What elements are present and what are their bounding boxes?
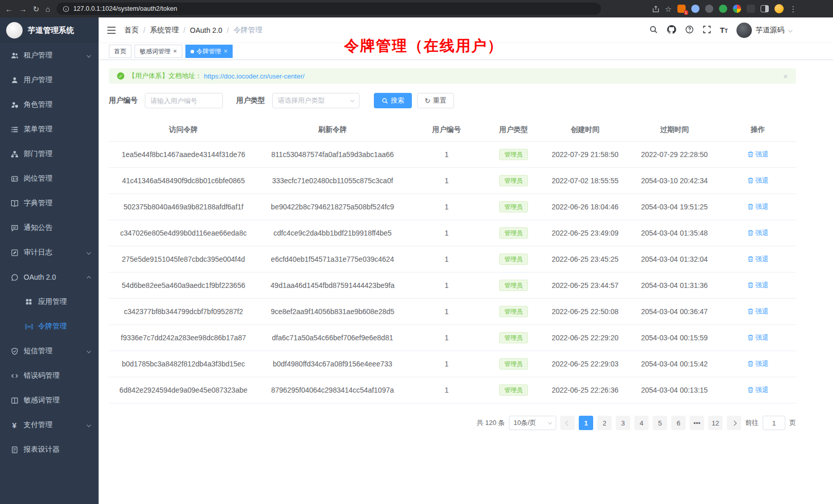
sidebar-item-oauth-app[interactable]: 应用管理 [0, 289, 99, 314]
sidebar-item-payment[interactable]: 支付管理 [0, 413, 99, 437]
sidebar-item-sms[interactable]: 短信管理 [0, 339, 99, 363]
user-id-label: 用户编号 [109, 96, 138, 105]
table-row: 502375b8040a469a9b82188afdf6af1f be90422… [109, 194, 796, 220]
user-menu[interactable]: 芋道源码 [736, 23, 792, 38]
refresh-icon[interactable] [33, 5, 40, 13]
app-title: 芋道管理系统 [28, 26, 74, 35]
breadcrumb-oauth[interactable]: OAuth 2.0 [190, 26, 222, 34]
goto-page-input[interactable] [763, 416, 785, 430]
sidebar-item-sensitive-word[interactable]: 敏感词管理 [0, 388, 99, 413]
page-button-1[interactable]: 1 [579, 416, 593, 430]
more-pages-button[interactable]: ••• [690, 416, 704, 430]
force-logout-button[interactable]: 强退 [747, 176, 769, 185]
page-button-5[interactable]: 5 [653, 416, 667, 430]
extension-icon[interactable]: 1 [677, 5, 686, 13]
force-logout-button[interactable]: 强退 [747, 228, 769, 238]
forward-icon[interactable] [19, 5, 27, 13]
next-page-button[interactable] [727, 416, 741, 430]
trash-icon [747, 229, 754, 236]
sidebar-toggle-icon[interactable] [107, 26, 116, 34]
force-logout-button[interactable]: 强退 [747, 359, 769, 369]
sidebar-item-report-designer[interactable]: 报表设计器 [0, 437, 99, 462]
page-size-select[interactable]: 10条/页 [509, 416, 556, 430]
extension-icon[interactable] [733, 5, 741, 13]
sidebar-item-notice[interactable]: 通知公告 [0, 216, 99, 240]
reset-button[interactable]: 重置 [417, 93, 454, 108]
sidebar-item-error-code[interactable]: 错误码管理 [0, 363, 99, 388]
home-icon[interactable] [46, 5, 50, 13]
force-logout-button[interactable]: 强退 [747, 385, 769, 395]
search-icon[interactable] [649, 25, 658, 35]
close-icon[interactable] [173, 48, 177, 55]
doc-alert: 【用户体系】文档地址： https://doc.iocoder.cn/user-… [109, 68, 796, 84]
yen-icon [10, 421, 18, 429]
page-button-2[interactable]: 2 [597, 416, 612, 430]
alert-close-icon[interactable] [783, 72, 788, 81]
browser-profile-avatar[interactable] [774, 4, 784, 13]
star-bookmark-icon[interactable] [665, 5, 672, 13]
font-size-icon[interactable]: TT [720, 26, 728, 34]
breadcrumb-home[interactable]: 首页 [124, 26, 139, 35]
grid-app-icon [25, 298, 33, 306]
table-row: c342377bf8b344799dcbf7bf095287f2 9ce8ef2… [109, 299, 796, 325]
table-row: 41c41346a548490f9dc8b01c6bfe0865 333ecfc… [109, 168, 796, 194]
prev-page-button[interactable] [560, 416, 575, 430]
sidebar-item-oauth[interactable]: OAuth 2.0 [0, 265, 99, 289]
tab-sensitive-word[interactable]: 敏感词管理 [135, 45, 182, 58]
sidebar-item-user[interactable]: 用户管理 [0, 68, 99, 92]
tab-oauth-token[interactable]: 令牌管理 [185, 45, 233, 58]
force-logout-button[interactable]: 强退 [747, 333, 769, 342]
chevron-down-icon [350, 98, 354, 102]
browser-menu-icon[interactable] [789, 5, 797, 13]
sidebar-item-audit-log[interactable]: 审计日志 [0, 240, 99, 265]
sidebar-item-role[interactable]: 角色管理 [0, 92, 99, 117]
search-button[interactable]: 搜索 [374, 93, 412, 108]
force-logout-button[interactable]: 强退 [747, 255, 769, 264]
info-icon[interactable] [63, 6, 69, 12]
force-logout-button[interactable]: 强退 [747, 150, 769, 159]
side-panel-icon[interactable] [761, 5, 769, 12]
user-type-badge: 管理员 [499, 227, 528, 239]
table-row: 1ea5e44f8bc1467aaede43144f31de76 811c530… [109, 142, 796, 168]
share-icon[interactable] [652, 5, 659, 13]
page-button-12[interactable]: 12 [708, 416, 723, 430]
help-icon[interactable] [685, 25, 694, 35]
sidebar-item-post[interactable]: 岗位管理 [0, 166, 99, 191]
user-type-select[interactable]: 请选择用户类型 [272, 93, 359, 108]
goto-label: 前往 [745, 418, 759, 428]
search-form: 用户编号 用户类型 请选择用户类型 搜索 重置 [109, 93, 796, 108]
fullscreen-icon[interactable] [703, 25, 711, 35]
github-icon[interactable] [667, 25, 676, 36]
breadcrumb-system[interactable]: 系统管理 [150, 26, 179, 35]
close-icon[interactable] [224, 48, 228, 55]
extension-icon[interactable] [691, 5, 699, 13]
sidebar-item-menu[interactable]: 菜单管理 [0, 117, 99, 142]
list-icon [10, 125, 18, 133]
chevron-right-icon [731, 420, 736, 425]
col-refresh-token: 刷新令牌 [258, 119, 407, 142]
sidebar-item-oauth-token[interactable]: 令牌管理 [0, 314, 99, 339]
sidebar: 芋道管理系统 租户管理 用户管理 角色管理 菜单管理 部门管理 岗位管理 字 [0, 17, 99, 504]
role-icon [10, 101, 18, 109]
logo-avatar [6, 22, 23, 38]
extension-icon[interactable] [747, 5, 755, 13]
force-logout-button[interactable]: 强退 [747, 202, 769, 211]
user-id-input[interactable] [145, 93, 223, 108]
app-logo[interactable]: 芋道管理系统 [0, 17, 99, 43]
back-icon[interactable] [5, 5, 13, 13]
page-button-3[interactable]: 3 [616, 416, 630, 430]
sidebar-item-tenant[interactable]: 租户管理 [0, 43, 99, 68]
extension-icon[interactable] [719, 5, 727, 13]
force-logout-button[interactable]: 强退 [747, 307, 769, 316]
sidebar-item-dept[interactable]: 部门管理 [0, 142, 99, 166]
page-button-4[interactable]: 4 [634, 416, 649, 430]
extension-icon[interactable] [705, 5, 713, 13]
doc-link[interactable]: https://doc.iocoder.cn/user-center/ [204, 72, 305, 80]
force-logout-button[interactable]: 强退 [747, 281, 769, 290]
user-type-label: 用户类型 [236, 96, 265, 105]
sidebar-item-dict[interactable]: 字典管理 [0, 191, 99, 216]
url-bar[interactable]: 127.0.0.1:1024/system/oauth2/token [56, 3, 601, 15]
table-row: b0d1785bc3a8482f812db4a3f3bd15ec b0df498… [109, 351, 796, 377]
tab-home[interactable]: 首页 [109, 45, 131, 58]
page-button-6[interactable]: 6 [671, 416, 686, 430]
